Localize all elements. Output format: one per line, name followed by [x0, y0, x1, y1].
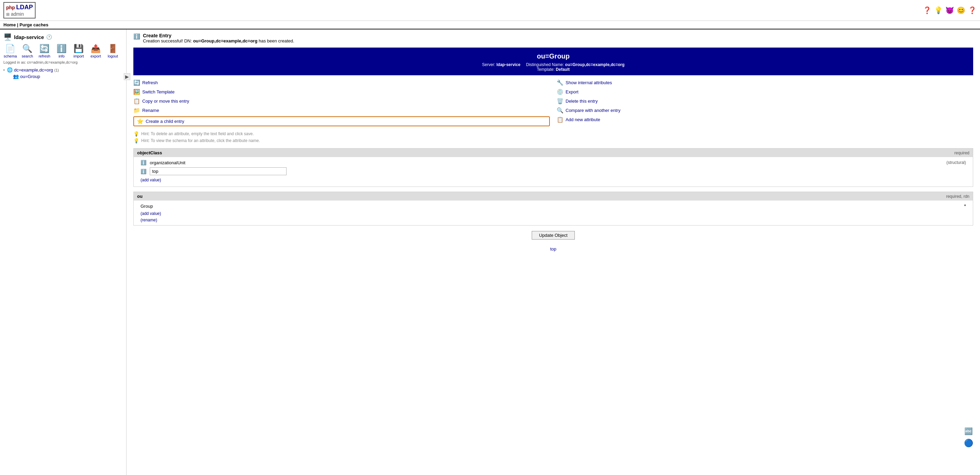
creation-info-icon: ℹ️ [134, 33, 140, 40]
tree-root-item[interactable]: ▪ 🌐 dc=example,dc=org (1) [3, 67, 123, 73]
attr-input-top[interactable] [150, 167, 286, 175]
show-internal-link[interactable]: 🔧 Show internal attributes [557, 80, 973, 86]
tool-icon-schema: 📄 [5, 44, 15, 53]
switch-template-link[interactable]: 🖼️ Switch Template [134, 89, 550, 95]
show-internal-icon: 🔧 [557, 80, 563, 86]
tool-icon-info: ℹ️ [56, 44, 67, 53]
entry-banner: ou=Group Server: ldap-service Distinguis… [134, 48, 973, 75]
hint-icon-1: 💡 [134, 131, 139, 137]
sidebar-tools: 📄schema🔍search🔄refreshℹ️info💾import📤expo… [3, 44, 123, 58]
hint-2: 💡 Hint: To view the schema for an attrib… [134, 138, 973, 143]
main-layout: 🖥️ ldap-service 🕐 📄schema🔍search🔄refresh… [0, 29, 980, 475]
update-object-button[interactable]: Update Object [532, 231, 574, 239]
add-value-ou: (add value) [140, 211, 966, 217]
nav-bar: Home | Purge caches [0, 21, 980, 29]
logo-php: php [6, 5, 15, 10]
accessibility-icon[interactable]: 🔵 [964, 439, 973, 448]
tool-info[interactable]: ℹ️info [55, 44, 68, 58]
switch-template-label: Switch Template [142, 89, 174, 94]
sidebar-expand-button[interactable]: ▶ [124, 73, 130, 80]
tool-label-logout: logout [108, 54, 118, 58]
hint-1: 💡 Hint: To delete an attribute, empty th… [134, 131, 973, 137]
attr-row-group: Group * [140, 203, 966, 209]
attr-section-ou: ou required, rdn Group * (add value) (re… [134, 192, 973, 226]
refresh-link-icon: 🔄 [134, 80, 140, 86]
tree-child-item: 👥 ou=Group [13, 73, 123, 79]
home-link[interactable]: Home [3, 22, 16, 27]
add-value-link-ou[interactable]: (add value) [140, 211, 161, 216]
attr-info-icon-2[interactable]: ℹ️ [140, 169, 146, 174]
tree-world-icon: 🌐 [7, 67, 13, 73]
export-icon: 💿 [557, 89, 563, 95]
entry-title: ou=Group [137, 53, 970, 60]
tool-schema[interactable]: 📄schema [3, 44, 17, 58]
create-child-link[interactable]: ⭐ Create a child entry [134, 116, 550, 126]
tool-icon-export: 📤 [91, 44, 101, 53]
hint-icon-2: 💡 [134, 138, 139, 143]
action-links-left: 🔄 Refresh 🖼️ Switch Template 📋 Copy or m… [134, 80, 550, 126]
lightbulb-icon[interactable]: 💡 [934, 6, 943, 14]
attr-name-objectclass: objectClass [137, 150, 162, 155]
switch-template-icon: 🖼️ [134, 89, 140, 95]
compare-link[interactable]: 🔍 Compare with another entry [557, 107, 973, 114]
attr-info-icon-1[interactable]: ℹ️ [140, 160, 146, 165]
tool-label-search: search [22, 54, 33, 58]
attr-required-objectclass: required [955, 151, 969, 155]
compare-icon: 🔍 [557, 107, 563, 114]
float-right-icons: 🔤 🔵 [964, 427, 973, 448]
attr-required-star-ou: * [964, 203, 966, 209]
tool-label-refresh: refresh [39, 54, 50, 58]
top-link[interactable]: top [550, 246, 556, 252]
add-attribute-icon: 📋 [557, 116, 563, 123]
banner-template-value: Default [556, 67, 570, 72]
tool-export[interactable]: 📤export [89, 44, 103, 58]
attr-header-ou: ou required, rdn [134, 192, 973, 201]
attr-required-ou: required, rdn [946, 194, 969, 199]
attr-value-organizational: organizationalUnit [150, 160, 943, 165]
sidebar: 🖥️ ldap-service 🕐 📄schema🔍search🔄refresh… [0, 29, 127, 475]
face-icon[interactable]: 😈 [945, 6, 954, 14]
tree-root-label[interactable]: dc=example,dc=org (1) [14, 67, 59, 73]
tree-ou-label[interactable]: ou=Group [20, 74, 40, 79]
info-icon[interactable]: ❓ [968, 6, 977, 14]
attr-body-ou: Group * (add value) (rename) [134, 201, 973, 225]
tool-icon-refresh: 🔄 [39, 44, 49, 53]
action-links: 🔄 Refresh 🖼️ Switch Template 📋 Copy or m… [134, 80, 973, 126]
add-attribute-link[interactable]: 📋 Add new attribute [557, 116, 973, 123]
logo-admin: admin [11, 11, 24, 17]
logo-grid-icon: ⊞ [6, 12, 10, 17]
help-icon[interactable]: ❓ [923, 6, 931, 14]
tool-import[interactable]: 💾import [72, 44, 86, 58]
attr-tag-structural: (structural) [947, 160, 966, 165]
copy-move-link[interactable]: 📋 Copy or move this entry [134, 98, 550, 104]
tree-expand-icon[interactable]: ▪ [3, 68, 5, 72]
hint-text-1: Hint: To delete an attribute, empty the … [141, 131, 254, 136]
tool-label-schema: schema [4, 54, 17, 58]
sidebar-title: 🖥️ ldap-service 🕐 [3, 33, 123, 41]
rename-link[interactable]: 📁 Rename [134, 107, 550, 114]
copy-move-label: Copy or move this entry [142, 99, 189, 104]
show-internal-label: Show internal attributes [566, 80, 612, 85]
rename-ou: (rename) [140, 217, 966, 222]
tool-refresh[interactable]: 🔄refresh [38, 44, 51, 58]
tool-label-import: import [73, 54, 84, 58]
attr-row-organizational: ℹ️ organizationalUnit (structural) [140, 160, 966, 165]
delete-entry-link[interactable]: 🗑️ Delete this entry [557, 98, 973, 104]
refresh-link-label: Refresh [142, 80, 158, 85]
smiley-icon[interactable]: 😊 [957, 6, 965, 14]
creation-header-text: Create Entry Creation successful! DN: ou… [143, 33, 294, 43]
export-link[interactable]: 💿 Export [557, 89, 973, 95]
creation-suffix: has been created. [258, 38, 294, 43]
tree-ou-item[interactable]: 👥 ou=Group [13, 73, 123, 79]
rename-link-ou[interactable]: (rename) [140, 218, 157, 222]
add-value-link-objectclass[interactable]: (add value) [140, 178, 161, 182]
nav-separator: | [17, 22, 19, 27]
translate-icon[interactable]: 🔤 [964, 427, 973, 435]
create-child-icon: ⭐ [137, 118, 144, 124]
compare-label: Compare with another entry [566, 108, 620, 113]
tool-search[interactable]: 🔍search [21, 44, 34, 58]
tool-logout[interactable]: 🚪logout [106, 44, 120, 58]
refresh-link[interactable]: 🔄 Refresh [134, 80, 550, 86]
purge-caches-link[interactable]: Purge caches [19, 22, 49, 27]
creation-title: Create Entry [143, 33, 294, 38]
